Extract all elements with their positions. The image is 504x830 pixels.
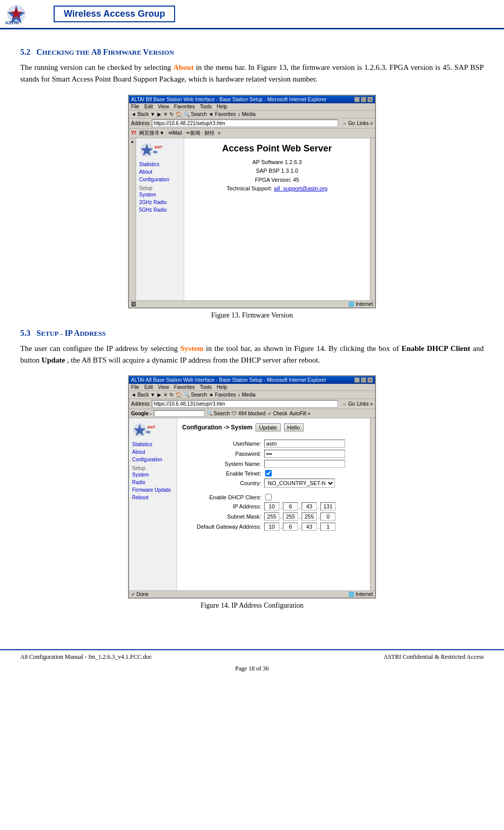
sidebar-system[interactable]: System bbox=[139, 192, 181, 197]
svg-text:AST: AST bbox=[154, 145, 162, 149]
links-btn[interactable]: Links » bbox=[357, 121, 373, 126]
menu-favorites[interactable]: Favorites bbox=[174, 104, 195, 109]
dhcp-row: Enable DHCP Client: bbox=[188, 494, 359, 500]
sidebar2-radio[interactable]: Radio bbox=[132, 480, 174, 485]
subnet-dot-2: . bbox=[299, 513, 301, 520]
sidebar-statistics[interactable]: Statistics bbox=[139, 162, 181, 167]
sidebar-5ghz[interactable]: 5GHz Radio bbox=[139, 207, 181, 213]
gateway-octet-2[interactable] bbox=[283, 523, 298, 531]
gateway-octet-4[interactable] bbox=[320, 523, 335, 531]
scroll-up[interactable]: ▲ bbox=[131, 139, 135, 144]
sidebar2-system[interactable]: System bbox=[132, 472, 174, 478]
sidebar2-about[interactable]: About bbox=[132, 449, 174, 455]
menu-edit-14[interactable]: Edit bbox=[144, 384, 153, 390]
country-select[interactable]: NO_COUNTRY_SET-NA bbox=[264, 479, 335, 488]
help-button[interactable]: Hello bbox=[284, 423, 304, 431]
country-row: Country: NO_COUNTRY_SET-NA bbox=[188, 479, 359, 488]
address-input-13[interactable] bbox=[152, 120, 339, 127]
search-btn[interactable]: 🔍 Search bbox=[184, 111, 207, 117]
section-52-body: The running version can be checked by se… bbox=[20, 62, 484, 86]
refresh-btn[interactable]: ↻ bbox=[170, 111, 174, 117]
section-52: 5.2 CHECKING THE A8 FIRMWARE VERSION The… bbox=[20, 48, 484, 320]
browser-main-14: Configuration -> System Update Hello Use… bbox=[177, 418, 370, 590]
ip-octet-2[interactable] bbox=[283, 502, 298, 510]
sidebar2-firmware[interactable]: Firmware Update bbox=[132, 487, 174, 493]
sidebar-configuration[interactable]: Configuration bbox=[139, 177, 181, 182]
sidebar-2ghz[interactable]: 2GHz Radio bbox=[139, 200, 181, 205]
refresh-btn-14[interactable]: ↻ bbox=[170, 392, 174, 398]
ip-octet-3[interactable] bbox=[302, 502, 317, 510]
sidebar-about[interactable]: About bbox=[139, 169, 181, 175]
ip-octet-1[interactable] bbox=[264, 502, 279, 510]
close-icon-14[interactable]: ✕ bbox=[367, 377, 373, 383]
gateway-octet-1[interactable] bbox=[264, 523, 279, 531]
home-btn[interactable]: 🏠 bbox=[176, 111, 182, 117]
subnet-octet-4[interactable] bbox=[320, 512, 335, 521]
ap-software: AP Software 1.2.6.3 bbox=[189, 158, 365, 167]
menu-favorites-14[interactable]: Favorites bbox=[174, 384, 195, 390]
linksbar-more[interactable]: » bbox=[218, 130, 221, 136]
home-btn-14[interactable]: 🏠 bbox=[176, 392, 182, 398]
menu-tools-14[interactable]: Tools bbox=[200, 384, 212, 390]
menu-view[interactable]: View bbox=[158, 104, 169, 109]
forward-btn[interactable]: ▶ bbox=[157, 111, 161, 117]
subnet-octet-1[interactable] bbox=[264, 512, 279, 521]
browser-menubar-14: File Edit View Favorites Tools Help bbox=[129, 384, 375, 391]
menu-tools[interactable]: Tools bbox=[200, 104, 212, 109]
minimize-icon-14[interactable]: _ bbox=[354, 377, 360, 383]
go-btn-14[interactable]: → Go bbox=[342, 401, 355, 407]
telnet-checkbox[interactable] bbox=[265, 470, 272, 477]
stop-btn-14[interactable]: ✕ bbox=[163, 392, 167, 398]
maximize-icon-14[interactable]: □ bbox=[361, 377, 366, 383]
google-search[interactable] bbox=[154, 410, 204, 417]
systemname-input[interactable] bbox=[264, 460, 345, 468]
ip-dot-2: . bbox=[299, 503, 301, 509]
forward-btn-14[interactable]: ▶ bbox=[157, 392, 161, 398]
password-input[interactable] bbox=[264, 450, 345, 458]
sidebar2-setup-label: Setup bbox=[132, 465, 174, 471]
back-btn[interactable]: ◄ Back ▼ bbox=[131, 111, 155, 117]
blocked-count: 🛡 494 blocked bbox=[232, 411, 266, 416]
menu-view-14[interactable]: View bbox=[158, 384, 169, 390]
subnet-octet-3[interactable] bbox=[302, 512, 317, 521]
gateway-octet-3[interactable] bbox=[302, 523, 317, 531]
menu-file[interactable]: File bbox=[131, 104, 139, 109]
footer-right: ASTRI Confidential & Restricted Access bbox=[384, 653, 484, 661]
subnet-octet-2[interactable] bbox=[283, 512, 298, 521]
address-input-14[interactable] bbox=[152, 400, 339, 408]
update-button[interactable]: Update bbox=[256, 423, 280, 431]
media-btn-14[interactable]: ♪ Media bbox=[238, 392, 256, 398]
menu-file-14[interactable]: File bbox=[131, 384, 139, 390]
config-form: UserName: Password: System Name: bbox=[182, 436, 365, 537]
stop-btn[interactable]: ✕ bbox=[163, 111, 167, 117]
go-btn[interactable]: → Go bbox=[342, 121, 355, 126]
browser-title-text-14: ALTAI A8 Base Station Web Interface - Ba… bbox=[131, 377, 326, 383]
favorites-btn[interactable]: ★ Favorites bbox=[209, 111, 236, 117]
search-icon-14[interactable]: 🔍 Search bbox=[206, 411, 230, 416]
sidebar2-configuration[interactable]: Configuration bbox=[132, 457, 174, 462]
maximize-icon[interactable]: □ bbox=[361, 97, 366, 102]
favorites-btn-14[interactable]: ★ Favorites bbox=[209, 392, 236, 398]
minimize-icon[interactable]: _ bbox=[354, 97, 360, 102]
username-input[interactable] bbox=[264, 440, 345, 448]
links-btn-14[interactable]: Links » bbox=[357, 401, 373, 407]
sidebar2-statistics[interactable]: Statistics bbox=[132, 442, 174, 447]
close-icon[interactable]: ✕ bbox=[367, 97, 373, 102]
autofill-btn[interactable]: AutoFill » bbox=[289, 411, 311, 416]
check-btn[interactable]: ✓ Check bbox=[268, 411, 287, 416]
menu-help[interactable]: Help bbox=[217, 104, 227, 109]
password-label: Password: bbox=[188, 451, 264, 457]
sidebar2-reboot[interactable]: Reboot bbox=[132, 495, 174, 500]
back-btn-14[interactable]: ◄ Back ▼ bbox=[131, 392, 155, 398]
page-footer: A8 Configuration Manual - fm_1.2.6.3_v4.… bbox=[0, 649, 504, 664]
media-btn[interactable]: ♪ Media bbox=[238, 111, 256, 117]
section-52-number: 5.2 bbox=[20, 48, 30, 56]
figure-14-caption: Figure 14. IP Address Configuration bbox=[200, 602, 304, 610]
dhcp-checkbox[interactable] bbox=[265, 494, 272, 500]
search-btn-14[interactable]: 🔍 Search bbox=[184, 392, 207, 398]
menu-help-14[interactable]: Help bbox=[217, 384, 227, 390]
menu-edit[interactable]: Edit bbox=[144, 104, 153, 109]
gateway-row: Default Gateway Address: . . . bbox=[188, 523, 359, 531]
username-label: UserName: bbox=[188, 441, 264, 447]
ip-octet-4[interactable] bbox=[320, 502, 335, 510]
